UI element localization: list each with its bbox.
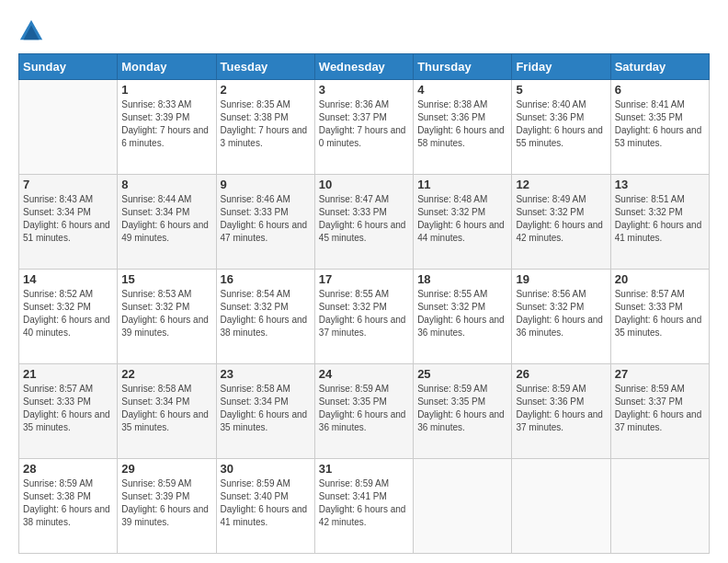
calendar-cell: 12Sunrise: 8:49 AMSunset: 3:32 PMDayligh… [512,175,610,270]
day-number: 25 [417,367,507,381]
calendar-week-row: 28Sunrise: 8:59 AMSunset: 3:38 PMDayligh… [19,459,710,554]
calendar-week-row: 7Sunrise: 8:43 AMSunset: 3:34 PMDaylight… [19,175,710,270]
calendar-cell: 15Sunrise: 8:53 AMSunset: 3:32 PMDayligh… [118,270,216,364]
weekday-header: Saturday [610,54,709,80]
day-number: 30 [221,462,311,476]
day-number: 28 [23,462,113,476]
day-info: Sunrise: 8:58 AMSunset: 3:34 PMDaylight:… [121,383,211,434]
day-number: 4 [417,83,507,97]
day-number: 20 [615,272,705,286]
calendar-cell: 1Sunrise: 8:33 AMSunset: 3:39 PMDaylight… [118,80,216,175]
day-info: Sunrise: 8:53 AMSunset: 3:32 PMDaylight:… [121,288,211,339]
calendar-cell: 23Sunrise: 8:58 AMSunset: 3:34 PMDayligh… [216,364,314,459]
day-number: 18 [417,272,507,286]
day-number: 9 [221,178,311,191]
calendar-cell: 31Sunrise: 8:59 AMSunset: 3:41 PMDayligh… [314,459,413,554]
calendar-cell: 4Sunrise: 8:38 AMSunset: 3:36 PMDaylight… [414,80,512,175]
calendar-table: SundayMondayTuesdayWednesdayThursdayFrid… [18,53,710,554]
calendar-header-row: SundayMondayTuesdayWednesdayThursdayFrid… [19,54,710,80]
day-info: Sunrise: 8:43 AMSunset: 3:34 PMDaylight:… [23,193,113,245]
weekday-header: Thursday [414,54,512,80]
calendar-cell: 20Sunrise: 8:57 AMSunset: 3:33 PMDayligh… [610,270,709,364]
day-info: Sunrise: 8:38 AMSunset: 3:36 PMDaylight:… [417,98,507,150]
day-info: Sunrise: 8:44 AMSunset: 3:34 PMDaylight:… [121,193,211,245]
day-number: 5 [516,83,606,97]
calendar-cell: 19Sunrise: 8:56 AMSunset: 3:32 PMDayligh… [512,270,610,364]
calendar-cell: 8Sunrise: 8:44 AMSunset: 3:34 PMDaylight… [118,175,216,270]
logo-icon [18,18,44,44]
day-info: Sunrise: 8:41 AMSunset: 3:35 PMDaylight:… [615,98,705,150]
day-number: 24 [319,367,409,381]
calendar-cell: 14Sunrise: 8:52 AMSunset: 3:32 PMDayligh… [19,270,118,364]
calendar-cell: 3Sunrise: 8:36 AMSunset: 3:37 PMDaylight… [314,80,413,175]
day-info: Sunrise: 8:59 AMSunset: 3:38 PMDaylight:… [23,477,113,529]
day-number: 26 [516,367,606,381]
day-info: Sunrise: 8:54 AMSunset: 3:32 PMDaylight:… [221,288,311,339]
calendar-cell: 27Sunrise: 8:59 AMSunset: 3:37 PMDayligh… [610,364,709,459]
day-info: Sunrise: 8:57 AMSunset: 3:33 PMDaylight:… [23,383,113,434]
day-number: 3 [319,83,409,97]
day-number: 10 [319,178,409,191]
weekday-header: Wednesday [314,54,413,80]
day-info: Sunrise: 8:40 AMSunset: 3:36 PMDaylight:… [516,98,606,150]
day-number: 1 [121,83,211,97]
day-number: 14 [23,272,113,286]
day-info: Sunrise: 8:59 AMSunset: 3:36 PMDaylight:… [516,383,606,434]
day-number: 31 [319,462,409,476]
calendar-cell: 28Sunrise: 8:59 AMSunset: 3:38 PMDayligh… [19,459,118,554]
day-info: Sunrise: 8:36 AMSunset: 3:37 PMDaylight:… [319,98,409,150]
logo [18,18,48,44]
day-info: Sunrise: 8:57 AMSunset: 3:33 PMDaylight:… [615,288,705,339]
calendar-cell: 16Sunrise: 8:54 AMSunset: 3:32 PMDayligh… [216,270,314,364]
weekday-header: Sunday [19,54,118,80]
day-info: Sunrise: 8:33 AMSunset: 3:39 PMDaylight:… [121,98,211,150]
calendar-cell: 24Sunrise: 8:59 AMSunset: 3:35 PMDayligh… [314,364,413,459]
calendar-cell: 11Sunrise: 8:48 AMSunset: 3:32 PMDayligh… [414,175,512,270]
day-info: Sunrise: 8:59 AMSunset: 3:40 PMDaylight:… [221,477,311,529]
day-info: Sunrise: 8:59 AMSunset: 3:39 PMDaylight:… [121,477,211,529]
day-info: Sunrise: 8:49 AMSunset: 3:32 PMDaylight:… [516,193,606,245]
calendar-cell: 30Sunrise: 8:59 AMSunset: 3:40 PMDayligh… [216,459,314,554]
day-info: Sunrise: 8:56 AMSunset: 3:32 PMDaylight:… [516,288,606,339]
day-info: Sunrise: 8:59 AMSunset: 3:35 PMDaylight:… [319,383,409,434]
calendar-cell: 29Sunrise: 8:59 AMSunset: 3:39 PMDayligh… [118,459,216,554]
calendar-cell: 13Sunrise: 8:51 AMSunset: 3:32 PMDayligh… [610,175,709,270]
day-number: 8 [121,178,211,191]
day-info: Sunrise: 8:35 AMSunset: 3:38 PMDaylight:… [221,98,311,150]
day-number: 21 [23,367,113,381]
calendar-cell [19,80,118,175]
day-number: 29 [121,462,211,476]
calendar-cell: 5Sunrise: 8:40 AMSunset: 3:36 PMDaylight… [512,80,610,175]
day-number: 7 [23,178,113,191]
page: SundayMondayTuesdayWednesdayThursdayFrid… [0,0,728,563]
calendar-week-row: 14Sunrise: 8:52 AMSunset: 3:32 PMDayligh… [19,270,710,364]
calendar-cell [512,459,610,554]
day-number: 12 [516,178,606,191]
day-number: 15 [121,272,211,286]
day-number: 11 [417,178,507,191]
day-number: 27 [615,367,705,381]
day-number: 2 [221,83,311,97]
calendar-cell: 17Sunrise: 8:55 AMSunset: 3:32 PMDayligh… [314,270,413,364]
day-info: Sunrise: 8:59 AMSunset: 3:35 PMDaylight:… [417,383,507,434]
day-info: Sunrise: 8:55 AMSunset: 3:32 PMDaylight:… [417,288,507,339]
calendar-cell: 10Sunrise: 8:47 AMSunset: 3:33 PMDayligh… [314,175,413,270]
calendar-week-row: 1Sunrise: 8:33 AMSunset: 3:39 PMDaylight… [19,80,710,175]
calendar-cell: 22Sunrise: 8:58 AMSunset: 3:34 PMDayligh… [118,364,216,459]
day-info: Sunrise: 8:55 AMSunset: 3:32 PMDaylight:… [319,288,409,339]
day-info: Sunrise: 8:58 AMSunset: 3:34 PMDaylight:… [221,383,311,434]
day-number: 19 [516,272,606,286]
weekday-header: Monday [118,54,216,80]
calendar-cell: 2Sunrise: 8:35 AMSunset: 3:38 PMDaylight… [216,80,314,175]
calendar-cell: 18Sunrise: 8:55 AMSunset: 3:32 PMDayligh… [414,270,512,364]
weekday-header: Tuesday [216,54,314,80]
weekday-header: Friday [512,54,610,80]
day-info: Sunrise: 8:48 AMSunset: 3:32 PMDaylight:… [417,193,507,245]
day-info: Sunrise: 8:47 AMSunset: 3:33 PMDaylight:… [319,193,409,245]
day-number: 22 [121,367,211,381]
day-number: 13 [615,178,705,191]
day-number: 23 [221,367,311,381]
day-info: Sunrise: 8:59 AMSunset: 3:37 PMDaylight:… [615,383,705,434]
calendar-week-row: 21Sunrise: 8:57 AMSunset: 3:33 PMDayligh… [19,364,710,459]
day-number: 6 [615,83,705,97]
